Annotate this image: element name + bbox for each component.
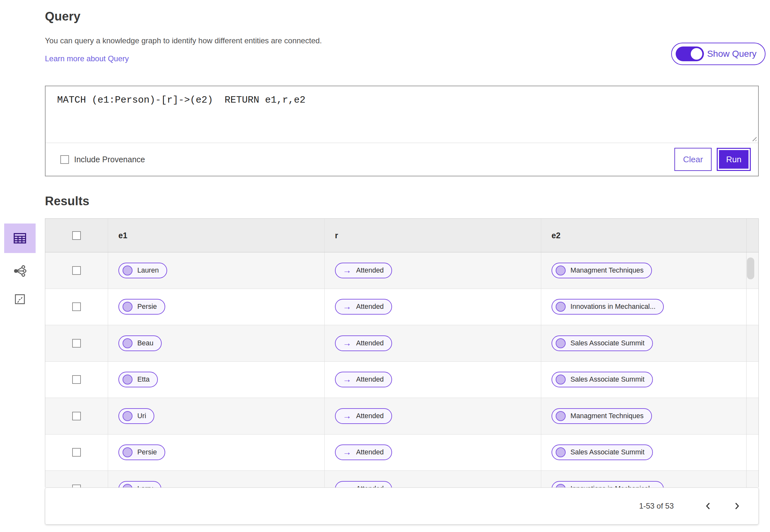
pagination-range: 1-53 of 53 (639, 502, 674, 511)
row-checkbox[interactable] (72, 448, 81, 457)
entity-label: Sales Associate Summit (571, 339, 645, 347)
vertical-scrollbar[interactable] (747, 258, 754, 279)
relation-pill[interactable]: → Attended (335, 408, 392, 424)
chevron-left-icon (703, 501, 713, 511)
table-view-button[interactable] (4, 224, 36, 253)
entity-node-icon (123, 338, 132, 348)
entity-node-icon (556, 447, 566, 457)
entity-node-icon (556, 302, 566, 312)
entity-pill-e1[interactable]: Larry (118, 481, 161, 487)
relation-label: Attended (356, 339, 384, 347)
table-row: Etta → Attended Sales Associate Summit (45, 362, 758, 398)
relation-pill[interactable]: → Attended (335, 444, 392, 460)
entity-pill-e1[interactable]: Lauren (118, 263, 167, 278)
entity-node-icon (123, 375, 132, 384)
include-provenance-label: Include Provenance (74, 155, 145, 164)
arrow-right-icon: → (343, 375, 351, 384)
relation-pill[interactable]: → Attended (335, 481, 392, 487)
entity-pill-e1[interactable]: Uri (118, 408, 154, 424)
entity-node-icon (556, 375, 566, 384)
query-description: You can query a knowledge graph to ident… (45, 36, 759, 45)
entity-pill-e2[interactable]: Innovations in Mechanical... (552, 299, 664, 315)
chevron-right-icon (732, 501, 742, 511)
column-header-e1: e1 (118, 231, 127, 240)
arrow-right-icon: → (343, 485, 351, 487)
relation-label: Attended (356, 485, 384, 487)
arrow-right-icon: → (343, 266, 351, 275)
relation-label: Attended (356, 376, 384, 384)
view-switcher (4, 224, 36, 309)
entity-label: Innovations in Mechanical... (571, 485, 656, 487)
scrollbar-gutter (746, 219, 758, 252)
row-checkbox[interactable] (72, 412, 81, 420)
clear-button[interactable]: Clear (674, 148, 712, 171)
entity-label: Larry (137, 485, 153, 487)
pagination-bar: 1-53 of 53 (45, 487, 759, 525)
table-row: Persie → Attended Sales Associate Summit (45, 435, 758, 471)
table-row: Persie → Attended Innovations in Mechani… (45, 289, 758, 325)
entity-pill-e2[interactable]: Sales Associate Summit (552, 335, 653, 351)
entity-pill-e1[interactable]: Persie (118, 299, 165, 315)
row-checkbox[interactable] (72, 302, 81, 311)
run-button[interactable]: Run (718, 149, 750, 170)
row-checkbox[interactable] (72, 339, 81, 348)
entity-label: Beau (137, 339, 153, 347)
learn-more-link[interactable]: Learn more about Query (45, 54, 129, 63)
table-row: Larry → Attended Innovations in Mechanic… (45, 471, 758, 487)
entity-pill-e1[interactable]: Persie (118, 444, 165, 460)
prev-page-button[interactable] (701, 499, 715, 513)
arrow-right-icon: → (343, 302, 351, 311)
query-panel: MATCH (e1:Person)-[r]->(e2) RETURN e1,r,… (45, 86, 759, 176)
entity-pill-e2[interactable]: Managment Techniques (552, 408, 652, 424)
include-provenance-checkbox[interactable] (60, 155, 69, 164)
table-header-row: e1 r e2 (45, 219, 758, 252)
select-all-checkbox[interactable] (72, 231, 81, 240)
table-row: Uri → Attended Managment Techniques (45, 398, 758, 435)
table-view-icon (12, 230, 28, 246)
column-header-r: r (335, 231, 338, 240)
entity-label: Lauren (137, 266, 159, 274)
show-query-toggle[interactable]: Show Query (671, 43, 766, 65)
next-page-button[interactable] (730, 499, 744, 513)
entity-pill-e2[interactable]: Sales Associate Summit (552, 372, 653, 387)
entity-pill-e2[interactable]: Sales Associate Summit (552, 444, 653, 460)
entity-node-icon (556, 411, 566, 421)
entity-node-icon (556, 484, 566, 487)
table-row: Lauren → Attended Managment Techniques (45, 252, 758, 289)
entity-label: Etta (137, 376, 149, 384)
chart-view-button[interactable] (4, 289, 36, 309)
relation-pill[interactable]: → Attended (335, 372, 392, 387)
relation-pill[interactable]: → Attended (335, 263, 392, 278)
entity-label: Managment Techniques (571, 412, 644, 420)
network-view-icon (13, 264, 27, 278)
entity-node-icon (123, 484, 132, 487)
query-editor-input[interactable]: MATCH (e1:Person)-[r]->(e2) RETURN e1,r,… (46, 86, 758, 143)
relation-pill[interactable]: → Attended (335, 299, 392, 315)
network-view-button[interactable] (4, 261, 36, 281)
entity-pill-e2[interactable]: Managment Techniques (552, 263, 652, 278)
entity-label: Uri (137, 412, 146, 420)
entity-pill-e1[interactable]: Etta (118, 372, 158, 387)
entity-pill-e1[interactable]: Beau (118, 335, 162, 351)
row-checkbox[interactable] (72, 375, 81, 384)
relation-label: Attended (356, 448, 384, 456)
show-query-label: Show Query (707, 49, 757, 59)
row-checkbox[interactable] (72, 266, 81, 275)
relation-label: Attended (356, 266, 384, 274)
entity-node-icon (556, 338, 566, 348)
entity-label: Innovations in Mechanical... (571, 303, 656, 311)
table-body: Lauren → Attended Managment Techniques P… (45, 252, 758, 487)
entity-node-icon (123, 266, 132, 275)
entity-label: Sales Associate Summit (571, 448, 645, 456)
arrow-right-icon: → (343, 339, 351, 348)
entity-node-icon (123, 447, 132, 457)
relation-pill[interactable]: → Attended (335, 335, 392, 351)
results-title: Results (45, 194, 759, 208)
table-row: Beau → Attended Sales Associate Summit (45, 325, 758, 362)
entity-label: Persie (137, 303, 157, 311)
row-checkbox[interactable] (72, 485, 81, 487)
relation-label: Attended (356, 303, 384, 311)
results-table: e1 r e2 Lauren → Attended Managment Tech… (45, 218, 759, 487)
toggle-switch-icon[interactable] (676, 46, 704, 61)
entity-pill-e2[interactable]: Innovations in Mechanical... (552, 481, 664, 487)
